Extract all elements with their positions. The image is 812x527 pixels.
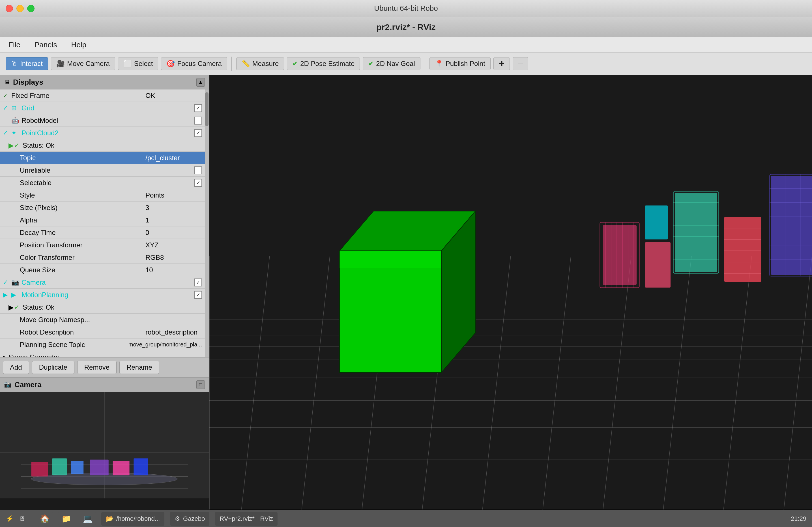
- style-row[interactable]: Style Points: [0, 189, 205, 201]
- point-cloud2-label: PointCloud2: [21, 129, 194, 137]
- queue-size-value: 10: [145, 266, 202, 274]
- svg-rect-56: [724, 217, 761, 282]
- robot-model-checkbox[interactable]: [194, 117, 202, 125]
- toolbar-sep-2: [425, 57, 425, 71]
- publish-point-button[interactable]: 📍 Publish Point: [430, 57, 491, 70]
- menu-help[interactable]: Help: [68, 39, 89, 51]
- displays-list[interactable]: ✓ Fixed Frame OK ✓ ⊞ Grid 🤖 RobotModel: [0, 89, 209, 357]
- remove-button[interactable]: Remove: [77, 361, 117, 374]
- select-icon: ⬜: [124, 60, 132, 68]
- alpha-row[interactable]: Alpha 1: [0, 214, 205, 226]
- grid-row[interactable]: ✓ ⊞ Grid: [0, 102, 205, 114]
- plus-button[interactable]: ✚: [493, 57, 510, 70]
- planning-scene-value: move_group/monitored_pla...: [128, 341, 202, 348]
- lightning-icon: ⚡: [6, 515, 13, 523]
- 2d-nav-icon: ✔: [368, 60, 374, 68]
- scene-geometry-label: Scene Geometry: [9, 353, 202, 357]
- scroll-thumb[interactable]: [205, 92, 208, 126]
- terminal-icon[interactable]: 💻: [80, 511, 96, 527]
- move-group-row[interactable]: Move Group Namesp...: [0, 314, 205, 326]
- rename-button[interactable]: Rename: [119, 361, 159, 374]
- svg-rect-12: [133, 458, 148, 475]
- maximize-button[interactable]: [27, 5, 34, 12]
- scene-geometry-row[interactable]: ▶ Scene Geometry: [0, 351, 205, 357]
- status-ok-1-row[interactable]: ▶ ✓ Status: Ok: [0, 139, 205, 152]
- select-label: Select: [134, 60, 153, 68]
- focus-camera-label: Focus Camera: [177, 60, 221, 68]
- fixed-frame-row[interactable]: ✓ Fixed Frame OK: [0, 89, 205, 102]
- duplicate-button[interactable]: Duplicate: [32, 361, 74, 374]
- decay-time-row[interactable]: Decay Time 0: [0, 226, 205, 239]
- grid-check: ✓: [3, 104, 11, 112]
- home-robond-app[interactable]: 📂 /home/robond...: [101, 512, 164, 526]
- interact-label: Interact: [20, 60, 43, 68]
- unreliable-checkbox[interactable]: [194, 167, 202, 174]
- size-pixels-row[interactable]: Size (Pixels) 3: [0, 201, 205, 214]
- position-transformer-row[interactable]: Position Transformer XYZ: [0, 239, 205, 251]
- measure-button[interactable]: 📏 Measure: [236, 57, 284, 70]
- file-manager-icon[interactable]: 📁: [58, 511, 74, 527]
- point-cloud2-checkbox[interactable]: [194, 129, 202, 137]
- 2d-nav-button[interactable]: ✔ 2D Nav Goal: [363, 57, 420, 70]
- svg-marker-35: [339, 251, 441, 372]
- menu-file[interactable]: File: [6, 39, 23, 51]
- camera-view[interactable]: [0, 392, 209, 513]
- camera-checkbox[interactable]: [194, 279, 202, 286]
- 2d-pose-icon: ✔: [292, 60, 298, 68]
- robot-desc-row[interactable]: Robot Description robot_description: [0, 326, 205, 339]
- minimize-button[interactable]: [16, 5, 24, 12]
- color-transformer-row[interactable]: Color Transformer RGB8: [0, 251, 205, 264]
- alpha-label: Alpha: [20, 216, 145, 224]
- move-group-label: Move Group Namesp...: [20, 316, 202, 324]
- cluster-red: [724, 217, 761, 282]
- 2d-pose-button[interactable]: ✔ 2D Pose Estimate: [287, 57, 360, 70]
- menu-panels[interactable]: Panels: [32, 39, 60, 51]
- statusbar: ⚡ 🖥 🏠 📁 💻 📂 /home/robond... ⚙ Gazebo RV+…: [0, 510, 812, 527]
- close-button[interactable]: [6, 5, 13, 12]
- camera-panel-btn[interactable]: □: [197, 380, 205, 389]
- topic-label: Topic: [20, 154, 145, 162]
- 3d-viewport[interactable]: [209, 75, 812, 527]
- cluster-pink: [600, 223, 639, 287]
- toolbar: 🖱 Interact 🎥 Move Camera ⬜ Select 🎯 Focu…: [0, 53, 812, 75]
- svg-rect-40: [603, 225, 637, 285]
- interact-button[interactable]: 🖱 Interact: [6, 57, 48, 70]
- focus-camera-button[interactable]: 🎯 Focus Camera: [161, 57, 227, 70]
- motion-planning-checkbox[interactable]: [194, 291, 202, 299]
- fixed-frame-check: ✓: [3, 92, 11, 99]
- grid-checkbox[interactable]: [194, 104, 202, 112]
- rviz-app[interactable]: RV+pr2.rviz* - RViz: [215, 512, 278, 526]
- status-ok-2-row[interactable]: ▶ ✓ Status: Ok: [0, 301, 205, 314]
- plus-icon: ✚: [499, 60, 505, 68]
- displays-scrollbar[interactable]: [205, 89, 209, 357]
- topic-row[interactable]: Topic /pcl_cluster: [0, 152, 205, 164]
- camera-row[interactable]: ✓ 📷 Camera: [0, 276, 205, 289]
- selectable-checkbox[interactable]: [194, 179, 202, 187]
- measure-icon: 📏: [242, 60, 250, 68]
- svg-rect-63: [771, 176, 812, 275]
- move-camera-button[interactable]: 🎥 Move Camera: [51, 57, 115, 70]
- gazebo-app[interactable]: ⚙ Gazebo: [170, 512, 209, 526]
- style-label: Style: [20, 191, 145, 199]
- select-button[interactable]: ⬜ Select: [118, 57, 158, 70]
- selectable-row[interactable]: Selectable: [0, 176, 205, 189]
- queue-size-row[interactable]: Queue Size 10: [0, 264, 205, 276]
- point-cloud2-icon: ✦: [11, 129, 21, 137]
- minus-icon: ─: [518, 60, 523, 68]
- point-cloud2-row[interactable]: ✓ ✦ PointCloud2: [0, 127, 205, 139]
- motion-planning-row[interactable]: ▶ ▶ MotionPlanning: [0, 289, 205, 301]
- displays-scroll-btn[interactable]: ▲: [197, 78, 205, 87]
- minus-button[interactable]: ─: [513, 57, 528, 70]
- home-icon[interactable]: 🏠: [37, 511, 53, 527]
- queue-size-label: Queue Size: [20, 266, 145, 274]
- robot-model-row[interactable]: 🤖 RobotModel: [0, 114, 205, 127]
- focus-camera-icon: 🎯: [166, 60, 175, 68]
- unreliable-row[interactable]: Unreliable: [0, 164, 205, 176]
- os-title: Ubuntu 64-bit Robo: [374, 4, 438, 13]
- add-button[interactable]: Add: [3, 361, 29, 374]
- motion-planning-label: MotionPlanning: [21, 291, 194, 299]
- planning-scene-row[interactable]: Planning Scene Topic move_group/monitore…: [0, 339, 205, 351]
- os-titlebar: Ubuntu 64-bit Robo: [0, 0, 812, 17]
- displays-header: 🖥 Displays ▲: [0, 75, 209, 89]
- size-pixels-label: Size (Pixels): [20, 204, 145, 212]
